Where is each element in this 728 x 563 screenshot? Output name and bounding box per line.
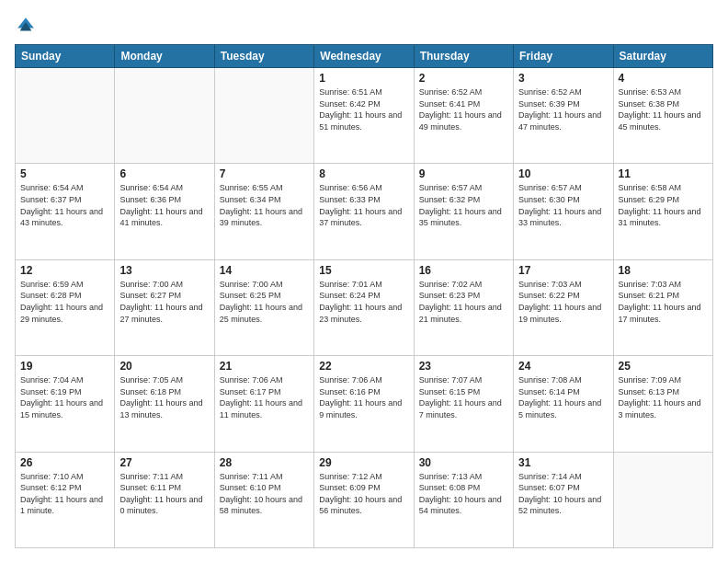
day-info: Sunrise: 7:11 AMSunset: 6:11 PMDaylight:… (119, 471, 209, 517)
day-number: 15 (319, 264, 408, 277)
day-info: Sunrise: 6:52 AMSunset: 6:41 PMDaylight:… (419, 86, 508, 132)
calendar-cell (16, 68, 115, 164)
weekday-header-friday: Friday (514, 45, 613, 68)
day-number: 8 (319, 167, 408, 180)
day-info: Sunrise: 7:04 AMSunset: 6:19 PMDaylight:… (20, 374, 109, 420)
calendar-cell: 13Sunrise: 7:00 AMSunset: 6:27 PMDayligh… (115, 259, 214, 355)
weekday-header-monday: Monday (115, 45, 214, 68)
day-info: Sunrise: 7:01 AMSunset: 6:24 PMDaylight:… (319, 279, 408, 325)
calendar-cell: 29Sunrise: 7:12 AMSunset: 6:09 PMDayligh… (314, 452, 414, 547)
day-number: 3 (518, 72, 608, 85)
day-info: Sunrise: 7:06 AMSunset: 6:16 PMDaylight:… (319, 374, 408, 420)
day-info: Sunrise: 6:53 AMSunset: 6:38 PMDaylight:… (619, 86, 708, 132)
day-number: 26 (20, 456, 109, 469)
calendar-cell: 15Sunrise: 7:01 AMSunset: 6:24 PMDayligh… (314, 259, 414, 355)
day-number: 27 (119, 456, 209, 469)
calendar-cell (613, 452, 712, 547)
day-info: Sunrise: 6:59 AMSunset: 6:28 PMDaylight:… (20, 279, 109, 325)
calendar-cell: 9Sunrise: 6:57 AMSunset: 6:32 PMDaylight… (414, 164, 513, 259)
day-info: Sunrise: 7:07 AMSunset: 6:15 PMDaylight:… (419, 374, 508, 420)
day-number: 23 (419, 360, 508, 373)
day-info: Sunrise: 6:51 AMSunset: 6:42 PMDaylight:… (319, 86, 408, 132)
day-number: 30 (419, 456, 508, 469)
day-info: Sunrise: 6:52 AMSunset: 6:39 PMDaylight:… (518, 86, 608, 132)
day-number: 6 (119, 167, 209, 180)
day-number: 31 (518, 456, 608, 469)
calendar-table: SundayMondayTuesdayWednesdayThursdayFrid… (15, 44, 713, 548)
day-number: 19 (20, 360, 109, 373)
day-info: Sunrise: 7:11 AMSunset: 6:10 PMDaylight:… (220, 471, 309, 517)
day-info: Sunrise: 7:08 AMSunset: 6:14 PMDaylight:… (518, 374, 608, 420)
day-info: Sunrise: 6:54 AMSunset: 6:37 PMDaylight:… (20, 182, 109, 228)
day-info: Sunrise: 6:57 AMSunset: 6:32 PMDaylight:… (419, 182, 508, 228)
calendar-cell: 31Sunrise: 7:14 AMSunset: 6:07 PMDayligh… (514, 452, 613, 547)
calendar-cell: 20Sunrise: 7:05 AMSunset: 6:18 PMDayligh… (115, 356, 214, 452)
calendar-cell: 6Sunrise: 6:54 AMSunset: 6:36 PMDaylight… (115, 164, 214, 259)
calendar-week-row: 12Sunrise: 6:59 AMSunset: 6:28 PMDayligh… (16, 259, 713, 355)
day-number: 29 (319, 456, 408, 469)
weekday-header-row: SundayMondayTuesdayWednesdayThursdayFrid… (16, 45, 713, 68)
day-number: 24 (518, 360, 608, 373)
header (15, 15, 713, 37)
day-number: 10 (518, 167, 608, 180)
day-number: 20 (119, 360, 209, 373)
calendar-cell: 19Sunrise: 7:04 AMSunset: 6:19 PMDayligh… (16, 356, 115, 452)
calendar-cell: 17Sunrise: 7:03 AMSunset: 6:22 PMDayligh… (514, 259, 613, 355)
calendar-cell: 21Sunrise: 7:06 AMSunset: 6:17 PMDayligh… (214, 356, 313, 452)
day-info: Sunrise: 6:54 AMSunset: 6:36 PMDaylight:… (119, 182, 209, 228)
weekday-header-wednesday: Wednesday (314, 45, 414, 68)
logo-icon (15, 15, 37, 37)
weekday-header-thursday: Thursday (414, 45, 513, 68)
day-number: 22 (319, 360, 408, 373)
calendar-cell: 10Sunrise: 6:57 AMSunset: 6:30 PMDayligh… (514, 164, 613, 259)
day-info: Sunrise: 7:06 AMSunset: 6:17 PMDaylight:… (220, 374, 309, 420)
calendar-cell: 3Sunrise: 6:52 AMSunset: 6:39 PMDaylight… (514, 68, 613, 164)
day-number: 14 (220, 264, 309, 277)
day-number: 25 (619, 360, 708, 373)
day-number: 18 (619, 264, 708, 277)
calendar-cell: 22Sunrise: 7:06 AMSunset: 6:16 PMDayligh… (314, 356, 414, 452)
calendar-cell: 8Sunrise: 6:56 AMSunset: 6:33 PMDaylight… (314, 164, 414, 259)
calendar-cell: 11Sunrise: 6:58 AMSunset: 6:29 PMDayligh… (613, 164, 712, 259)
calendar-cell: 12Sunrise: 6:59 AMSunset: 6:28 PMDayligh… (16, 259, 115, 355)
day-info: Sunrise: 7:03 AMSunset: 6:21 PMDaylight:… (619, 279, 708, 325)
day-number: 17 (518, 264, 608, 277)
page: SundayMondayTuesdayWednesdayThursdayFrid… (0, 0, 728, 563)
day-info: Sunrise: 7:05 AMSunset: 6:18 PMDaylight:… (119, 374, 209, 420)
calendar-cell: 18Sunrise: 7:03 AMSunset: 6:21 PMDayligh… (613, 259, 712, 355)
day-info: Sunrise: 7:10 AMSunset: 6:12 PMDaylight:… (20, 471, 109, 517)
calendar-cell: 28Sunrise: 7:11 AMSunset: 6:10 PMDayligh… (214, 452, 313, 547)
day-info: Sunrise: 6:56 AMSunset: 6:33 PMDaylight:… (319, 182, 408, 228)
calendar-cell: 1Sunrise: 6:51 AMSunset: 6:42 PMDaylight… (314, 68, 414, 164)
calendar-cell: 4Sunrise: 6:53 AMSunset: 6:38 PMDaylight… (613, 68, 712, 164)
weekday-header-tuesday: Tuesday (214, 45, 313, 68)
day-number: 1 (319, 72, 408, 85)
calendar-cell (214, 68, 313, 164)
day-number: 21 (220, 360, 309, 373)
calendar-cell: 26Sunrise: 7:10 AMSunset: 6:12 PMDayligh… (16, 452, 115, 547)
day-info: Sunrise: 7:14 AMSunset: 6:07 PMDaylight:… (518, 471, 608, 517)
day-info: Sunrise: 7:12 AMSunset: 6:09 PMDaylight:… (319, 471, 408, 517)
calendar-week-row: 1Sunrise: 6:51 AMSunset: 6:42 PMDaylight… (16, 68, 713, 164)
calendar-cell: 5Sunrise: 6:54 AMSunset: 6:37 PMDaylight… (16, 164, 115, 259)
calendar-week-row: 19Sunrise: 7:04 AMSunset: 6:19 PMDayligh… (16, 356, 713, 452)
day-info: Sunrise: 6:58 AMSunset: 6:29 PMDaylight:… (619, 182, 708, 228)
weekday-header-sunday: Sunday (16, 45, 115, 68)
calendar-week-row: 26Sunrise: 7:10 AMSunset: 6:12 PMDayligh… (16, 452, 713, 547)
calendar-cell: 2Sunrise: 6:52 AMSunset: 6:41 PMDaylight… (414, 68, 513, 164)
day-info: Sunrise: 7:02 AMSunset: 6:23 PMDaylight:… (419, 279, 508, 325)
calendar-cell: 23Sunrise: 7:07 AMSunset: 6:15 PMDayligh… (414, 356, 513, 452)
day-info: Sunrise: 6:57 AMSunset: 6:30 PMDaylight:… (518, 182, 608, 228)
day-number: 2 (419, 72, 508, 85)
weekday-header-saturday: Saturday (613, 45, 712, 68)
calendar-cell: 27Sunrise: 7:11 AMSunset: 6:11 PMDayligh… (115, 452, 214, 547)
day-info: Sunrise: 7:00 AMSunset: 6:27 PMDaylight:… (119, 279, 209, 325)
day-number: 28 (220, 456, 309, 469)
day-number: 9 (419, 167, 508, 180)
day-number: 12 (20, 264, 109, 277)
calendar-cell: 30Sunrise: 7:13 AMSunset: 6:08 PMDayligh… (414, 452, 513, 547)
day-number: 11 (619, 167, 708, 180)
calendar-cell: 14Sunrise: 7:00 AMSunset: 6:25 PMDayligh… (214, 259, 313, 355)
day-info: Sunrise: 7:00 AMSunset: 6:25 PMDaylight:… (220, 279, 309, 325)
day-info: Sunrise: 7:09 AMSunset: 6:13 PMDaylight:… (619, 374, 708, 420)
